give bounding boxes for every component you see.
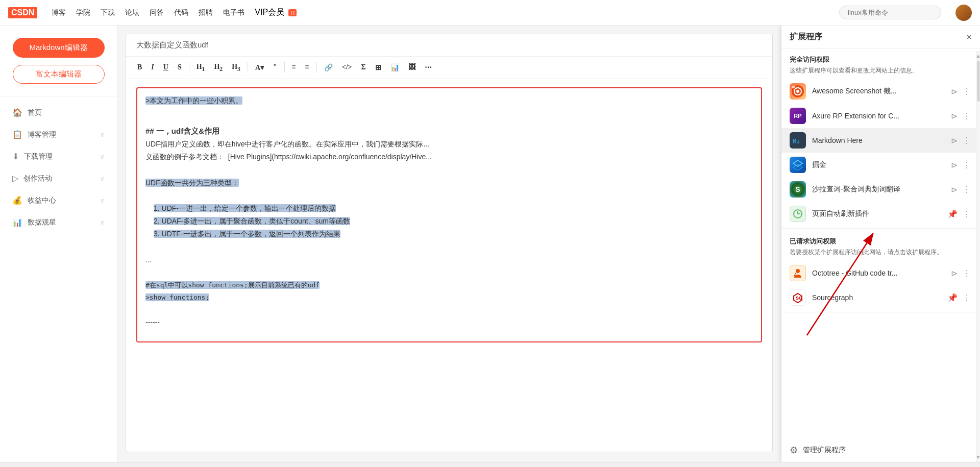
axure-pin-button[interactable]: ⊳ — [950, 110, 959, 122]
juejin-icon — [790, 157, 806, 173]
scroll-up-button[interactable]: ▲ — [976, 53, 980, 59]
nav-recruit[interactable]: 招聘 — [199, 8, 213, 17]
awesome-menu-button[interactable]: ⋮ — [962, 86, 972, 97]
sourcegraph-pin-button[interactable]: 📌 — [946, 292, 959, 304]
sidebar-item-home[interactable]: 🏠 首页 — [0, 103, 117, 122]
chevron-down-icon-2: ∨ — [100, 153, 105, 160]
salad-pin-button[interactable]: ⊳ — [950, 184, 959, 195]
sidebar-item-data-label: 数据观星 — [28, 218, 56, 227]
sidebar-item-creation[interactable]: ▷ 创作活动 ∨ — [0, 168, 117, 188]
chevron-down-icon: ∨ — [100, 131, 105, 138]
toolbar-h1[interactable]: H1 — [193, 61, 208, 75]
toolbar-strikethrough[interactable]: S — [175, 61, 185, 73]
nav-code[interactable]: 代码 — [174, 8, 188, 17]
editor-area: 大数据自定义函数udf B I U S H1 H2 H3 A▾ " ≡ ≡ 🔗 … — [117, 26, 781, 462]
markdown-editor-button[interactable]: Markdown编辑器 — [13, 38, 105, 58]
octotree-pin-button[interactable]: ⊳ — [950, 267, 959, 279]
toolbar-h3[interactable]: H3 — [229, 61, 243, 75]
refresh-pin-button[interactable]: 📌 — [946, 208, 959, 220]
axure-name: Axure RP Extension for C... — [812, 112, 944, 120]
scroll-thumb — [977, 61, 979, 102]
ext-item-page-refresh[interactable]: 页面自动刷新插件 📌 ⋮ — [781, 202, 980, 226]
nav-download[interactable]: 下载 — [101, 8, 115, 17]
toolbar-unordered-list[interactable]: ≡ — [302, 61, 312, 73]
toolbar-underline[interactable]: U — [160, 61, 172, 73]
ext-item-octotree[interactable]: Octotree - GitHub code tr... ⊳ ⋮ — [781, 261, 980, 285]
nav-ebook[interactable]: 电子书 — [223, 8, 244, 17]
toolbar-sep-3 — [284, 62, 285, 72]
nav-vip[interactable]: VIP会员 H — [255, 7, 297, 18]
nav-academy[interactable]: 学院 — [76, 8, 90, 17]
sidebar-item-blog-manage[interactable]: 📋 博客管理 ∨ — [0, 125, 117, 144]
ext-item-awesome-screenshot[interactable]: Awesome Screenshot 截... ⊳ ⋮ — [781, 79, 980, 104]
ext-divider-1 — [781, 228, 980, 229]
creation-icon: ▷ — [12, 174, 18, 183]
toolbar-formula[interactable]: Σ — [358, 61, 369, 73]
toolbar-bold[interactable]: B — [134, 61, 145, 73]
ext-item-sourcegraph[interactable]: SG Sourcegraph 📌 ⋮ — [781, 285, 980, 310]
juejin-pin-button[interactable]: ⊳ — [950, 159, 959, 171]
content-line-code1: #在sql中可以show functions;展示目前系统已有的udf — [145, 279, 753, 291]
toolbar-quote[interactable]: " — [270, 61, 280, 73]
awesome-screenshot-icon — [790, 83, 806, 100]
sidebar-item-data-star[interactable]: 📊 数据观星 ∨ — [0, 212, 117, 232]
top-navigation: CSDN 博客 学院 下载 论坛 问答 代码 招聘 电子书 VIP会员 H — [0, 0, 980, 26]
sidebar-item-download-label: 下载管理 — [24, 152, 53, 161]
toolbar-chart[interactable]: 📊 — [387, 61, 402, 74]
toolbar-image[interactable]: 🖼 — [405, 61, 419, 73]
content-line-3: UDF指用户定义函数，即在hive中进行客户化的函数。在实际应用中，我们需要根据… — [145, 138, 753, 151]
ext-close-button[interactable]: × — [966, 33, 972, 42]
ext-item-salad[interactable]: S 沙拉查词-聚合词典划词翻译 ⊳ ⋮ — [781, 177, 980, 202]
toolbar-ordered-list[interactable]: ≡ — [289, 61, 299, 73]
nav-forum[interactable]: 论坛 — [125, 8, 139, 17]
toolbar-more[interactable]: ⋯ — [422, 61, 435, 74]
scroll-down-button[interactable]: ▼ — [976, 454, 980, 460]
axure-icon: RP — [790, 108, 806, 124]
limited-access-desc: 若要授权某个扩展程序访问此网站，请点击该扩展程序。 — [781, 248, 980, 261]
rich-text-editor-button[interactable]: 富文本编辑器 — [13, 65, 105, 84]
ext-item-axure[interactable]: RP Axure RP Extension for C... ⊳ ⋮ — [781, 104, 980, 128]
toolbar-italic[interactable]: I — [148, 61, 157, 73]
toolbar-code[interactable]: </> — [339, 61, 355, 73]
sidebar-item-download-manage[interactable]: ⬇ 下载管理 ∨ — [0, 146, 117, 166]
logo-text: CSDN — [8, 7, 37, 18]
sidebar-item-revenue[interactable]: 💰 收益中心 ∨ — [0, 190, 117, 210]
ext-item-markdown-here[interactable]: M↓ Markdown Here ⊳ ⋮ — [781, 128, 980, 153]
markdown-menu-button[interactable]: ⋮ — [962, 135, 972, 146]
manage-extensions-footer[interactable]: ⚙ 管理扩展程序 — [781, 438, 980, 462]
csdn-logo[interactable]: CSDN — [8, 7, 37, 18]
svg-text:SG: SG — [796, 296, 802, 301]
toolbar-table[interactable]: ⊞ — [372, 61, 384, 74]
toolbar-link[interactable]: 🔗 — [321, 61, 336, 74]
manage-extensions-label: 管理扩展程序 — [803, 446, 846, 455]
sidebar-item-home-label: 首页 — [28, 108, 42, 117]
nav-qa[interactable]: 问答 — [150, 8, 164, 17]
sidebar-item-revenue-label: 收益中心 — [28, 196, 56, 205]
sourcegraph-menu-button[interactable]: ⋮ — [962, 292, 972, 304]
nav-blog[interactable]: 博客 — [52, 8, 66, 17]
juejin-menu-button[interactable]: ⋮ — [962, 159, 972, 171]
editor-container: 大数据自定义函数udf B I U S H1 H2 H3 A▾ " ≡ ≡ 🔗 … — [126, 34, 773, 452]
ext-actions-juejin: ⊳ ⋮ — [950, 159, 972, 171]
awesome-pin-button[interactable]: ⊳ — [950, 86, 959, 97]
sidebar-item-blog-label: 博客管理 — [28, 130, 56, 139]
octotree-menu-button[interactable]: ⋮ — [962, 267, 972, 279]
highlighted-text-7: >show functions; — [145, 293, 209, 301]
salad-menu-button[interactable]: ⋮ — [962, 184, 972, 195]
download-icon: ⬇ — [12, 152, 19, 161]
octotree-icon — [790, 265, 806, 281]
toolbar-h2[interactable]: H2 — [211, 61, 226, 75]
avatar[interactable] — [955, 5, 972, 21]
ext-item-juejin[interactable]: 掘金 ⊳ ⋮ — [781, 153, 980, 177]
chevron-down-icon-3: ∨ — [100, 175, 105, 182]
toolbar-font-color[interactable]: A▾ — [252, 61, 267, 74]
nav-vip-label: VIP会员 — [255, 7, 284, 18]
refresh-menu-button[interactable]: ⋮ — [962, 208, 972, 220]
bottom-scrollbar[interactable] — [0, 462, 980, 467]
search-input[interactable] — [839, 6, 941, 19]
axure-menu-button[interactable]: ⋮ — [962, 110, 972, 122]
content-line-h2: ## 一，udf含义&作用 — [145, 124, 753, 138]
editor-highlighted-box[interactable]: >本文为工作中的一些小积累。 ## 一，udf含义&作用 UDF指用户定义函数，… — [136, 87, 762, 342]
markdown-pin-button[interactable]: ⊳ — [950, 135, 959, 146]
scrollbar[interactable]: ▲ ▼ — [976, 51, 980, 462]
